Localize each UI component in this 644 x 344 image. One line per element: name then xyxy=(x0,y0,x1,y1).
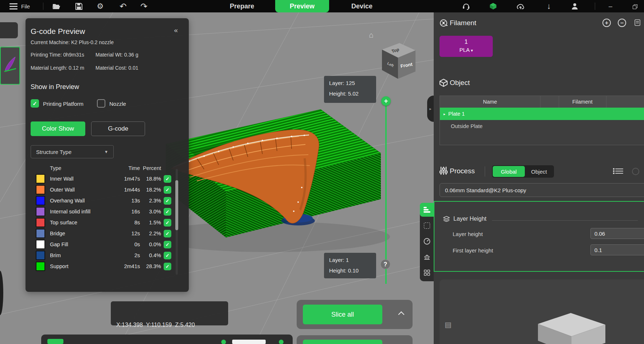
header-percent: Percent xyxy=(140,165,161,171)
tab-quality[interactable] xyxy=(420,203,434,217)
slice-options-chevron-icon[interactable] xyxy=(399,311,404,316)
open-file-icon[interactable] xyxy=(51,0,62,12)
save-icon[interactable] xyxy=(74,0,84,12)
tab-preview[interactable]: Preview xyxy=(275,0,329,12)
lower-layer-text: Layer: 1 xyxy=(329,257,371,263)
file-menu[interactable]: File xyxy=(21,0,30,12)
redo-glyph: ↷ xyxy=(140,1,147,11)
table-row: Support 2m41s 28.3% ✓ xyxy=(36,261,171,272)
structure-table: Inner Wall 1m47s 18.8% ✓ Outer Wall 1m44… xyxy=(36,173,171,274)
process-preset-label: 0.06mm Standard@K2 Plus-copy xyxy=(445,187,526,193)
object-section-title: Object xyxy=(450,79,470,87)
row-visibility-checkbox[interactable]: ✓ xyxy=(164,186,171,194)
process-divider xyxy=(485,166,485,177)
color-swatch xyxy=(36,218,45,227)
print-button-partial[interactable] xyxy=(303,340,382,344)
row-visibility-checkbox[interactable]: ✓ xyxy=(164,175,171,183)
layer-slider-handle[interactable]: + xyxy=(381,96,391,106)
layer-number-input[interactable] xyxy=(232,340,266,344)
nozzle-checkbox[interactable] xyxy=(97,99,105,108)
tab-speed[interactable] xyxy=(420,234,434,248)
reset-params-icon[interactable] xyxy=(632,168,639,175)
row-type: Gap Fill xyxy=(50,241,117,247)
row-visibility-checkbox[interactable]: ✓ xyxy=(164,219,171,227)
panel-collapse-button[interactable]: « xyxy=(174,26,178,34)
printing-time-stat: Printing Time: 0h9m31s xyxy=(31,52,84,58)
range-dot-end[interactable] xyxy=(279,340,284,344)
coordinates-line: X:134.398 Y:110.159 Z:5.420 xyxy=(116,321,223,329)
row-expand-arrow-icon[interactable]: ▸ xyxy=(444,112,445,116)
window-controls-divider xyxy=(595,3,595,10)
process-preset-dropdown[interactable]: 0.06mm Standard@K2 Plus-copy xyxy=(440,183,644,197)
model-library-cube-icon[interactable] xyxy=(488,0,498,12)
color-swatch xyxy=(36,185,45,194)
plate-list-tab[interactable] xyxy=(0,22,18,39)
undo-glyph: ↶ xyxy=(120,1,126,11)
layer-height-section-title: Layer Height xyxy=(453,216,487,222)
restore-icon xyxy=(633,4,637,8)
plate-thumbnail[interactable] xyxy=(0,47,20,85)
help-button[interactable]: ? xyxy=(380,259,390,269)
add-filament-button[interactable]: + xyxy=(602,19,611,27)
remove-filament-button[interactable]: − xyxy=(618,19,626,27)
home-view-icon[interactable]: ⌂ xyxy=(369,31,374,39)
redo-icon[interactable]: ↷ xyxy=(139,0,149,12)
play-button[interactable] xyxy=(47,339,63,344)
slice-all-button[interactable]: Slice all xyxy=(303,305,382,324)
row-visibility-checkbox[interactable]: ✓ xyxy=(164,197,171,205)
undo-icon[interactable]: ↶ xyxy=(118,0,128,12)
object-col-filament: Filament xyxy=(559,99,606,105)
tab-device[interactable]: Device xyxy=(342,0,382,12)
layer-height-label: Layer height xyxy=(453,231,483,237)
object-table: Name Filament ▸ Plate 1 Outside Plate xyxy=(440,96,644,145)
plate-preview-card: ▤ xyxy=(440,279,644,344)
object-row-plate-1[interactable]: ▸ Plate 1 xyxy=(440,108,644,120)
layer-stack-icon xyxy=(443,216,450,222)
tab-others[interactable] xyxy=(420,266,434,279)
row-visibility-checkbox[interactable]: ✓ xyxy=(164,208,171,216)
tab-support[interactable] xyxy=(420,250,434,264)
toolbar-divider xyxy=(43,3,43,10)
layer-slider-track[interactable] xyxy=(385,101,387,284)
first-layer-height-input[interactable] xyxy=(590,244,644,255)
support-headset-icon[interactable] xyxy=(461,0,471,12)
parameter-list-icon[interactable] xyxy=(615,169,623,175)
filament-list-icon[interactable] xyxy=(635,19,640,26)
color-swatch xyxy=(36,251,45,260)
row-visibility-checkbox[interactable]: ✓ xyxy=(164,252,171,259)
process-mode-global[interactable]: Global xyxy=(493,166,525,177)
range-dot-start[interactable] xyxy=(221,340,226,344)
structure-type-dropdown[interactable]: Structure Type ▼ xyxy=(31,145,114,158)
panel-collapse-handle[interactable]: ▸ xyxy=(427,96,434,122)
row-visibility-checkbox[interactable]: ✓ xyxy=(164,263,171,270)
tab-strength[interactable] xyxy=(420,219,434,232)
cloud-upload-icon[interactable] xyxy=(515,0,526,12)
gcode-button[interactable]: G-code xyxy=(91,121,145,136)
settings-gear-icon[interactable]: ⚙ xyxy=(95,0,105,12)
object-row-outside-plate[interactable]: Outside Plate xyxy=(440,120,644,132)
upper-height-text: Height: 5.02 xyxy=(329,90,371,97)
filament-slot-card[interactable]: 1 PLA ▾ xyxy=(440,36,493,57)
row-visibility-checkbox[interactable]: ✓ xyxy=(164,230,171,237)
top-menu-bar: File ⚙ ↶ ↷ Prepare Preview Device ↓ xyxy=(0,0,644,12)
check-icon: ✓ xyxy=(32,100,37,107)
printing-platform-checkbox[interactable]: ✓ xyxy=(31,99,39,108)
row-type: Overhang Wall xyxy=(50,198,117,204)
download-icon[interactable]: ↓ xyxy=(544,0,554,12)
color-show-button[interactable]: Color Show xyxy=(31,121,85,136)
gear-glyph: ⚙ xyxy=(97,2,104,11)
row-type: Support xyxy=(50,263,117,269)
restore-window-button[interactable] xyxy=(628,0,641,12)
row-visibility-checkbox[interactable]: ✓ xyxy=(164,241,171,248)
tab-prepare[interactable]: Prepare xyxy=(222,0,262,12)
main-menu-icon[interactable] xyxy=(9,0,18,12)
table-scrollbar-thumb[interactable] xyxy=(175,180,178,230)
minimize-button[interactable]: – xyxy=(604,0,617,12)
download-glyph: ↓ xyxy=(547,1,551,11)
coordinates-readout: X:134.398 Y:110.159 Z:5.420 Speed:500.00 xyxy=(111,301,228,325)
row-time: 1m47s xyxy=(117,176,140,182)
row-type: Outer Wall xyxy=(50,187,117,193)
process-mode-object[interactable]: Object xyxy=(525,166,553,177)
user-account-icon[interactable] xyxy=(570,0,580,12)
layer-height-input[interactable] xyxy=(590,228,644,239)
